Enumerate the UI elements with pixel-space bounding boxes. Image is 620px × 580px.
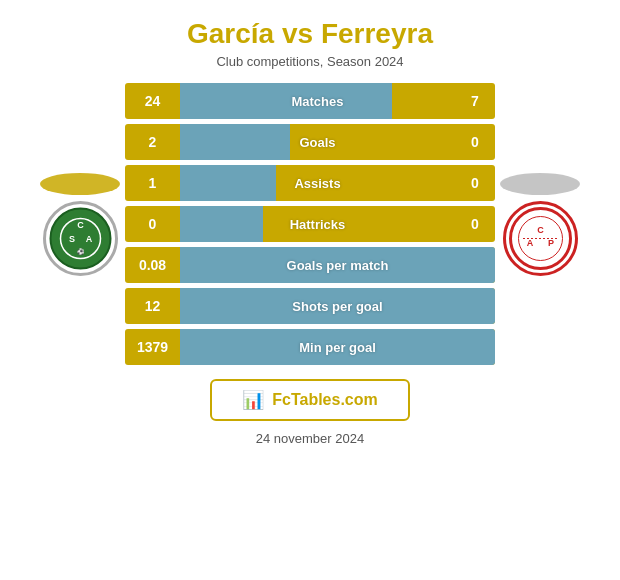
main-container: García vs Ferreyra Club competitions, Se… xyxy=(0,0,620,580)
stat-right-val-2: 0 xyxy=(455,175,495,191)
right-ellipse-decoration xyxy=(500,173,580,195)
fctables-icon: 📊 xyxy=(242,389,264,411)
svg-text:S: S xyxy=(68,234,74,244)
stat-bar-container-4: Goals per match xyxy=(180,247,495,283)
svg-text:A: A xyxy=(526,238,533,248)
right-logo-circle: C A P xyxy=(503,201,578,276)
stat-right-val-0: 7 xyxy=(455,93,495,109)
stat-row-2: 1Assists0 xyxy=(125,165,495,201)
svg-text:P: P xyxy=(547,238,553,248)
stats-area: C S A ⚽ 24Matches72Goals01Assists00Hattr… xyxy=(10,83,610,365)
stat-bar-fill-0 xyxy=(180,83,392,119)
stat-label-0: Matches xyxy=(291,94,343,109)
stat-bar-container-1: Goals xyxy=(180,124,455,160)
svg-text:C: C xyxy=(537,225,544,235)
fctables-banner: 📊 FcTables.com xyxy=(210,379,410,421)
stat-label-6: Min per goal xyxy=(299,340,376,355)
stat-label-4: Goals per match xyxy=(287,258,389,273)
stat-bar-container-6: Min per goal xyxy=(180,329,495,365)
left-logo-circle: C S A ⚽ xyxy=(43,201,118,276)
stat-bar-fill-2 xyxy=(180,165,276,201)
svg-text:C: C xyxy=(77,220,84,230)
stat-row-6: 1379Min per goal xyxy=(125,329,495,365)
stat-bar-container-0: Matches xyxy=(180,83,455,119)
stat-bar-fill-3 xyxy=(180,206,263,242)
stat-left-val-5: 12 xyxy=(125,298,180,314)
stat-left-val-2: 1 xyxy=(125,175,180,191)
match-subtitle: Club competitions, Season 2024 xyxy=(216,54,403,69)
stat-left-val-1: 2 xyxy=(125,134,180,150)
stat-row-3: 0Hattricks0 xyxy=(125,206,495,242)
stat-left-val-4: 0.08 xyxy=(125,257,180,273)
date-footer: 24 november 2024 xyxy=(256,431,364,446)
stat-right-val-1: 0 xyxy=(455,134,495,150)
left-team-logo: C S A ⚽ xyxy=(35,173,125,276)
match-title: García vs Ferreyra xyxy=(187,18,433,50)
stat-left-val-0: 24 xyxy=(125,93,180,109)
stat-bar-container-2: Assists xyxy=(180,165,455,201)
svg-text:A: A xyxy=(85,234,92,244)
svg-point-0 xyxy=(50,208,110,268)
stat-left-val-6: 1379 xyxy=(125,339,180,355)
stat-row-4: 0.08Goals per match xyxy=(125,247,495,283)
csa-svg: C S A ⚽ xyxy=(48,206,113,271)
fctables-text-span: FcTables.com xyxy=(272,391,378,408)
stat-label-1: Goals xyxy=(299,135,335,150)
stat-right-val-3: 0 xyxy=(455,216,495,232)
left-ellipse-decoration xyxy=(40,173,120,195)
stat-bar-container-3: Hattricks xyxy=(180,206,455,242)
right-team-logo: C A P xyxy=(495,173,585,276)
fctables-label: FcTables.com xyxy=(272,391,378,409)
stat-row-5: 12Shots per goal xyxy=(125,288,495,324)
stats-rows: 24Matches72Goals01Assists00Hattricks00.0… xyxy=(125,83,495,365)
stat-label-5: Shots per goal xyxy=(292,299,382,314)
stat-label-2: Assists xyxy=(294,176,340,191)
stat-left-val-3: 0 xyxy=(125,216,180,232)
stat-bar-container-5: Shots per goal xyxy=(180,288,495,324)
stat-bar-fill-1 xyxy=(180,124,290,160)
svg-text:⚽: ⚽ xyxy=(77,248,85,256)
stat-row-1: 2Goals0 xyxy=(125,124,495,160)
stat-label-3: Hattricks xyxy=(290,217,346,232)
cap-svg: C A P xyxy=(508,206,573,271)
stat-row-0: 24Matches7 xyxy=(125,83,495,119)
